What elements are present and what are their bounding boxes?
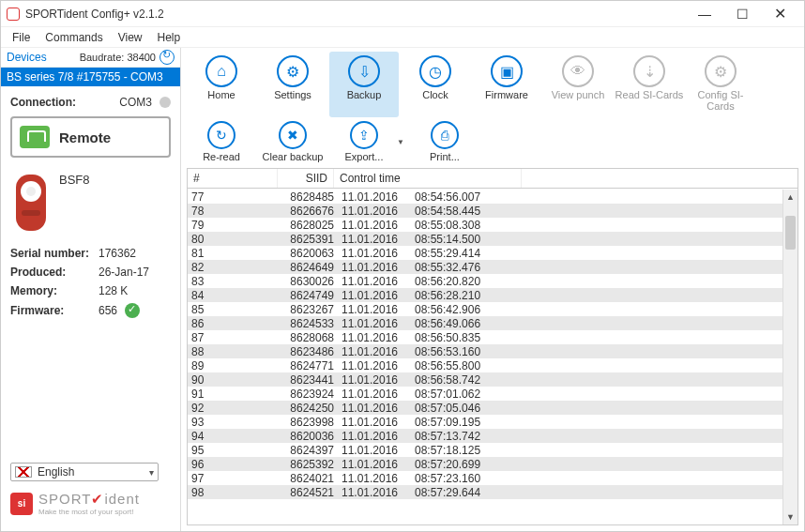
cell-siid: 8626676 bbox=[278, 205, 334, 218]
cell-time: 08:55:29.414 bbox=[405, 247, 492, 260]
table-row[interactable]: 83863002611.01.201608:56:20.820 bbox=[188, 274, 782, 288]
device-list-item[interactable]: BS series 7/8 #175755 - COM3 bbox=[1, 68, 180, 86]
table-row[interactable]: 82862464911.01.201608:55:32.476 bbox=[188, 260, 782, 274]
remote-label: Remote bbox=[59, 129, 111, 145]
col-siid[interactable]: SIID bbox=[278, 169, 334, 188]
card-config-icon: ⚙ bbox=[705, 55, 737, 87]
cell-siid: 8623486 bbox=[278, 345, 334, 358]
language-selector[interactable]: English ▾ bbox=[10, 463, 159, 481]
cell-time: 08:55:32.476 bbox=[405, 261, 492, 274]
print-icon: ⎙ bbox=[431, 121, 459, 149]
table-row[interactable]: 77862848511.01.201608:54:56.007 bbox=[188, 190, 782, 204]
cell-index: 98 bbox=[188, 486, 278, 499]
close-button[interactable]: ✕ bbox=[761, 3, 798, 25]
table-row[interactable]: 85862326711.01.201608:56:42.906 bbox=[188, 302, 782, 316]
cell-index: 91 bbox=[188, 388, 278, 401]
print-button[interactable]: ⎙Print... bbox=[410, 119, 479, 164]
col-index[interactable]: # bbox=[188, 169, 278, 188]
menu-commands[interactable]: Commands bbox=[38, 29, 110, 46]
cell-index: 77 bbox=[188, 190, 278, 204]
table-row[interactable]: 94862003611.01.201608:57:13.742 bbox=[188, 429, 782, 443]
cell-time: 08:57:23.160 bbox=[405, 472, 492, 485]
cell-index: 89 bbox=[188, 359, 278, 372]
cell-date: 11.01.2016 bbox=[334, 359, 405, 372]
remote-toggle[interactable]: Remote bbox=[10, 116, 171, 158]
settings-button[interactable]: ⚙Settings bbox=[258, 52, 327, 117]
clock-button[interactable]: ◷Clock bbox=[401, 52, 470, 117]
home-button[interactable]: ⌂Home bbox=[187, 52, 256, 117]
table-row[interactable]: 78862667611.01.201608:54:58.445 bbox=[188, 204, 782, 218]
cell-date: 11.01.2016 bbox=[334, 331, 405, 344]
cell-time: 08:57:09.195 bbox=[405, 416, 492, 429]
vertical-scrollbar[interactable]: ▲ ▼ bbox=[782, 190, 797, 524]
cell-index: 92 bbox=[188, 402, 278, 415]
cell-time: 08:55:14.500 bbox=[405, 233, 492, 246]
table-row[interactable]: 81862006311.01.201608:55:29.414 bbox=[188, 246, 782, 260]
cell-index: 88 bbox=[188, 345, 278, 358]
minimize-button[interactable]: — bbox=[686, 3, 723, 25]
cell-index: 84 bbox=[188, 289, 278, 302]
table-row[interactable]: 87862806811.01.201608:56:50.835 bbox=[188, 330, 782, 344]
table-row[interactable]: 84862474911.01.201608:56:28.210 bbox=[188, 288, 782, 302]
export-button[interactable]: ⇪Export... bbox=[329, 119, 399, 164]
table-row[interactable]: 88862348611.01.201608:56:53.160 bbox=[188, 344, 782, 358]
sub-toolbar: ↻Re-read ✖Clear backup ⇪Export... ▼ ⎙Pri… bbox=[181, 117, 804, 168]
cell-date: 11.01.2016 bbox=[334, 472, 405, 485]
menu-view[interactable]: View bbox=[111, 29, 150, 46]
cell-time: 08:57:05.046 bbox=[405, 402, 492, 415]
cell-index: 86 bbox=[188, 317, 278, 330]
table-row[interactable]: 98862452111.01.201608:57:29.644 bbox=[188, 485, 782, 499]
table-row[interactable]: 91862392411.01.201608:57:01.062 bbox=[188, 387, 782, 401]
table-row[interactable]: 93862399811.01.201608:57:09.195 bbox=[188, 415, 782, 429]
cell-siid: 8623267 bbox=[278, 303, 334, 316]
backup-button[interactable]: ⇩Backup bbox=[329, 52, 399, 117]
scroll-thumb[interactable] bbox=[785, 216, 796, 250]
table-row[interactable]: 86862453311.01.201608:56:49.066 bbox=[188, 316, 782, 330]
baudrate-label: Baudrate: 38400 bbox=[80, 52, 156, 63]
cell-date: 11.01.2016 bbox=[334, 388, 405, 401]
table-row[interactable]: 97862402111.01.201608:57:23.160 bbox=[188, 471, 782, 485]
gear-icon: ⚙ bbox=[277, 55, 309, 87]
title-bar: SPORTident Config+ v2.1.2 — ☐ ✕ bbox=[1, 1, 804, 27]
table-row[interactable]: 80862539111.01.201608:55:14.500 bbox=[188, 232, 782, 246]
export-dropdown-icon[interactable]: ▼ bbox=[397, 138, 404, 146]
brand-logo: si SPORT✔ident Make the most of your spo… bbox=[10, 491, 171, 516]
scroll-down-icon[interactable]: ▼ bbox=[783, 509, 797, 524]
cell-date: 11.01.2016 bbox=[334, 233, 405, 246]
cell-date: 11.01.2016 bbox=[334, 486, 405, 499]
table-row[interactable]: 89862477111.01.201608:56:55.800 bbox=[188, 358, 782, 372]
cell-date: 11.01.2016 bbox=[334, 402, 405, 415]
menu-file[interactable]: File bbox=[5, 29, 38, 46]
clear-backup-button[interactable]: ✖Clear backup bbox=[258, 119, 327, 164]
table-row[interactable]: 92862425011.01.201608:57:05.046 bbox=[188, 401, 782, 415]
connection-value: COM3 bbox=[119, 96, 152, 109]
table-row[interactable]: 95862439711.01.201608:57:18.125 bbox=[188, 443, 782, 457]
col-control-time[interactable]: Control time bbox=[334, 169, 522, 188]
maximize-button[interactable]: ☐ bbox=[723, 3, 761, 25]
card-read-icon: ⇣ bbox=[633, 55, 665, 87]
firmware-value: 656 bbox=[99, 304, 117, 317]
cell-siid: 8624649 bbox=[278, 261, 334, 274]
device-info: Serial number:176362 Produced:26-Jan-17 … bbox=[1, 244, 180, 321]
cell-index: 96 bbox=[188, 458, 278, 471]
table-row[interactable]: 96862539211.01.201608:57:20.699 bbox=[188, 457, 782, 471]
scroll-up-icon[interactable]: ▲ bbox=[783, 190, 797, 205]
view-punch-button[interactable]: 👁View punch bbox=[543, 52, 613, 117]
cell-date: 11.01.2016 bbox=[334, 430, 405, 443]
reread-button[interactable]: ↻Re-read bbox=[187, 119, 256, 164]
config-si-cards-button[interactable]: ⚙Config SI-Cards bbox=[686, 52, 755, 117]
table-row[interactable]: 79862802511.01.201608:55:08.308 bbox=[188, 218, 782, 232]
cell-time: 08:56:28.210 bbox=[405, 289, 492, 302]
table-row[interactable]: 90862344111.01.201608:56:58.742 bbox=[188, 372, 782, 387]
refresh-devices-icon[interactable] bbox=[159, 50, 175, 65]
firmware-button[interactable]: ▣Firmware bbox=[472, 52, 541, 117]
clear-icon: ✖ bbox=[279, 121, 307, 149]
cell-siid: 8624021 bbox=[278, 472, 334, 485]
read-si-cards-button[interactable]: ⇣Read SI-Cards bbox=[615, 52, 684, 117]
devices-label: Devices bbox=[7, 51, 47, 64]
menu-help[interactable]: Help bbox=[150, 29, 189, 46]
memory-value: 128 K bbox=[99, 284, 128, 297]
cell-index: 85 bbox=[188, 303, 278, 316]
svg-point-2 bbox=[26, 187, 36, 196]
cell-index: 95 bbox=[188, 444, 278, 457]
